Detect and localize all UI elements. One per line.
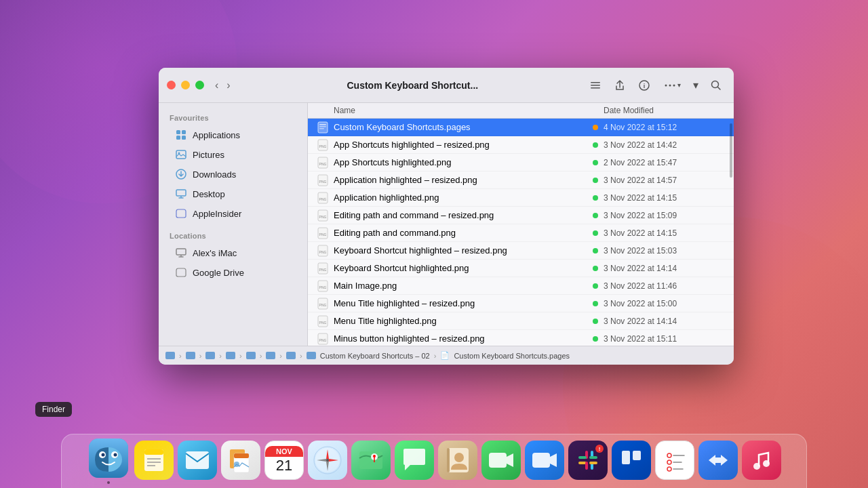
dock-item-teleport[interactable]	[698, 441, 738, 480]
file-date: 3 Nov 2022 at 15:11	[604, 334, 726, 344]
breadcrumb-folder-6[interactable]	[266, 352, 275, 359]
file-row[interactable]: PNG Menu Title highlighted.png 3 Nov 202…	[308, 312, 734, 330]
dock-item-mail[interactable]	[178, 441, 217, 480]
file-date: 4 Nov 2022 at 15:12	[604, 123, 726, 132]
breadcrumb-custom-shortcuts-folder[interactable]: Custom Keyboard Shortcuts – 02	[307, 352, 430, 360]
dock-item-finder[interactable]	[87, 436, 130, 480]
svg-rect-65	[144, 449, 163, 455]
svg-text:PNG: PNG	[319, 250, 327, 254]
file-row[interactable]: PNG Main Image.png 3 Nov 2022 at 11:46	[308, 277, 734, 295]
close-button[interactable]	[167, 81, 176, 89]
view-options-button[interactable]	[585, 77, 606, 94]
sidebar-item-imac[interactable]: Alex's iMac	[164, 243, 302, 262]
file-row[interactable]: PNG Editing path and command – resized.p…	[308, 207, 734, 224]
svg-text:PNG: PNG	[319, 303, 327, 307]
dock-item-music[interactable]	[742, 441, 781, 480]
file-row[interactable]: PNG Keyboard Shortcut highlighted – resi…	[308, 242, 734, 260]
svg-text:PNG: PNG	[319, 162, 327, 166]
file-type-icon: PNG	[316, 316, 330, 327]
breadcrumb-folder-4[interactable]	[226, 352, 235, 359]
file-row[interactable]: PNG Menu Title highlighted – resized.png…	[308, 295, 734, 312]
file-row[interactable]: PNG Editing path and command.png 3 Nov 2…	[308, 224, 734, 242]
dock-item-contacts[interactable]	[438, 441, 477, 480]
file-date: 3 Nov 2022 at 14:15	[604, 228, 726, 238]
google-drive-icon	[175, 266, 187, 279]
breadcrumb-folder-7[interactable]	[286, 352, 296, 359]
breadcrumb-folder-2[interactable]	[186, 352, 195, 359]
dock-item-calendar[interactable]: NOV 21	[264, 441, 304, 480]
file-row[interactable]: PNG App Shortcuts highlighted – resized.…	[308, 136, 734, 154]
sidebar-item-desktop[interactable]: Desktop	[164, 184, 302, 203]
scrollbar-thumb[interactable]	[730, 123, 732, 178]
svg-point-6	[669, 84, 671, 86]
svg-rect-20	[176, 249, 186, 255]
file-name: App Shortcuts highlighted.png	[334, 157, 593, 167]
svg-rect-84	[532, 453, 550, 468]
dock-item-reminders[interactable]	[655, 441, 694, 480]
svg-rect-25	[319, 126, 326, 127]
file-status-dot	[593, 125, 598, 130]
file-row[interactable]: PNG App Shortcuts highlighted.png 2 Nov …	[308, 154, 734, 171]
minimize-button[interactable]	[181, 81, 190, 89]
breadcrumb-folder-1[interactable]	[165, 352, 175, 359]
file-name: Keyboard Shortcut highlighted.png	[334, 263, 593, 273]
svg-rect-92	[589, 462, 597, 464]
file-rows-container: Custom Keyboard Shortcuts.pages 4 Nov 20…	[308, 119, 734, 346]
imac-icon	[175, 247, 187, 259]
sidebar-item-pictures[interactable]: Pictures	[164, 145, 302, 164]
file-name: Minus button highlighted – resized.png	[334, 333, 593, 344]
forward-button[interactable]: ›	[224, 78, 233, 93]
file-row[interactable]: PNG Keyboard Shortcut highlighted.png 3 …	[308, 260, 734, 277]
file-type-icon: PNG	[316, 175, 330, 186]
file-type-icon: PNG	[316, 157, 330, 168]
svg-rect-24	[319, 124, 326, 125]
dock-item-trello[interactable]	[612, 441, 651, 480]
file-date: 3 Nov 2022 at 14:42	[604, 140, 726, 150]
sidebar-item-downloads[interactable]: Downloads	[164, 165, 302, 184]
file-row[interactable]: PNG Application highlighted – resized.pn…	[308, 171, 734, 189]
svg-rect-12	[176, 136, 180, 140]
dock-item-safari[interactable]	[308, 441, 347, 480]
scrollbar-track[interactable]	[728, 103, 734, 346]
dock-item-notes[interactable]	[134, 441, 174, 480]
content-area: Favourites Applications	[159, 103, 734, 346]
svg-text:PNG: PNG	[319, 338, 327, 342]
share-button[interactable]	[610, 77, 630, 94]
back-button[interactable]: ‹	[212, 78, 221, 93]
path-dropdown[interactable]: ▾	[689, 76, 703, 94]
dock-item-messages[interactable]	[395, 441, 434, 480]
breadcrumb-folder-3[interactable]	[205, 352, 215, 359]
file-row[interactable]: PNG Minus button highlighted – resized.p…	[308, 330, 734, 346]
more-button[interactable]: ▾	[658, 77, 685, 94]
dock-item-facetime[interactable]	[481, 441, 521, 480]
svg-rect-91	[589, 456, 597, 459]
file-row[interactable]: PNG Application highlighted.png 3 Nov 20…	[308, 189, 734, 207]
file-status-dot	[593, 230, 598, 236]
dock-item-preview[interactable]	[221, 441, 260, 480]
breadcrumb-folder-5[interactable]	[246, 352, 256, 359]
dock-item-zoom[interactable]	[525, 441, 564, 480]
file-status-dot	[593, 142, 598, 148]
sidebar-item-google-drive[interactable]: Google Drive	[164, 263, 302, 282]
svg-text:PNG: PNG	[319, 321, 327, 325]
info-button[interactable]: i	[634, 77, 654, 94]
finder-dot	[107, 481, 110, 484]
file-type-icon: PNG	[316, 298, 330, 309]
svg-point-101	[753, 463, 760, 470]
breadcrumb-pages-file[interactable]: 📄 Custom Keyboard Shortcuts.pages	[440, 351, 570, 360]
svg-point-63	[114, 453, 117, 457]
file-status-dot	[593, 319, 598, 324]
svg-point-7	[673, 84, 675, 86]
file-type-icon: PNG	[316, 245, 330, 256]
svg-rect-11	[182, 130, 186, 134]
sidebar-item-applications[interactable]: Applications	[164, 125, 302, 144]
dock-item-maps[interactable]	[351, 441, 391, 480]
sidebar-item-appleinsider[interactable]: AppleInsider	[164, 204, 302, 223]
svg-line-9	[718, 87, 721, 89]
file-name: Keyboard Shortcut highlighted – resized.…	[334, 245, 593, 256]
file-row[interactable]: Custom Keyboard Shortcuts.pages 4 Nov 20…	[308, 119, 734, 136]
search-button[interactable]	[707, 77, 726, 94]
dock-item-slack[interactable]: !	[568, 441, 608, 480]
maximize-button[interactable]	[195, 81, 204, 89]
svg-text:PNG: PNG	[319, 285, 327, 289]
